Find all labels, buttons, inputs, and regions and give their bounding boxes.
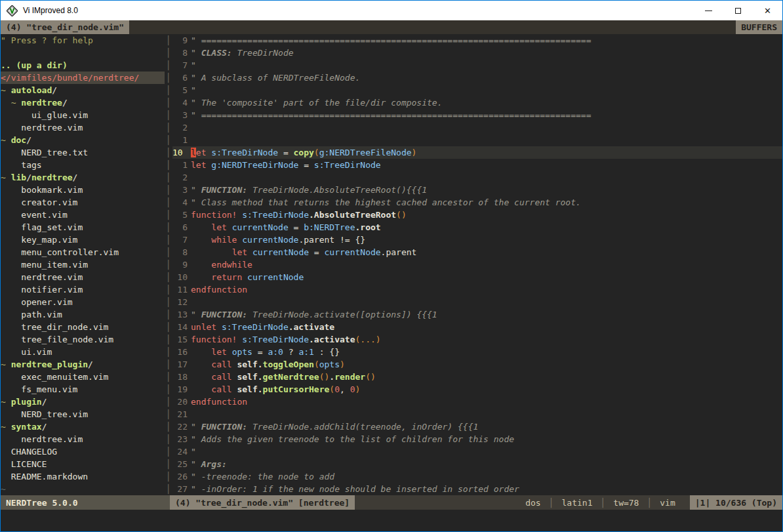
token-pre: ~ (1, 397, 11, 407)
code-line[interactable]: 4" The 'composite' part of the file/dir … (172, 96, 782, 109)
tree-item[interactable]: tree_file_node.vim (1, 333, 165, 346)
code-line[interactable]: 4" Class method that returns the highest… (172, 196, 782, 209)
tree-item[interactable]: " Press ? for help (1, 34, 165, 47)
tree-item[interactable]: flag_set.vim (1, 221, 165, 234)
tree-item[interactable]: ~ nerdtree/ (1, 96, 165, 109)
code-line[interactable]: 25" Args: (172, 458, 782, 470)
code-line[interactable]: 26" -treenode: the node to add (172, 470, 782, 483)
tree-item[interactable]: menu_controller.vim (1, 246, 165, 258)
code-line[interactable]: 3" FUNCTION: TreeDirNode.AbsoluteTreeRoo… (172, 184, 782, 196)
tree-item[interactable]: creator.vim (1, 196, 165, 209)
code-editor: 9" =====================================… (172, 34, 782, 495)
code-line[interactable]: 23" Adds the given treenode to the list … (172, 433, 782, 445)
command-line[interactable] (1, 510, 782, 531)
tree-item[interactable]: nerdtree.vim (1, 121, 165, 134)
token-n (227, 222, 232, 232)
tree-item[interactable]: path.vim (1, 308, 165, 321)
token-n: path.vim (1, 310, 62, 319)
line-text: call self.putCursorHere(0, 0) (188, 383, 360, 396)
token-n: notifier.vim (1, 285, 83, 295)
code-line[interactable]: 18 call self.getNerdtree().render() (172, 371, 782, 383)
code-line[interactable]: 17 call self.toggleOpen(opts) (172, 358, 782, 371)
tree-item[interactable]: ui.vim (1, 346, 165, 358)
token-n (191, 347, 211, 357)
code-line[interactable]: 7" (172, 59, 782, 72)
tree-item[interactable]: ui_glue.vim (1, 109, 165, 121)
tree-item[interactable]: tags (1, 159, 165, 171)
code-line-current[interactable]: 10let s:TreeDirNode = copy(g:NERDTreeFil… (172, 146, 782, 159)
line-text: " (188, 84, 196, 96)
tree-item[interactable]: bookmark.vim (1, 184, 165, 196)
code-line[interactable]: 15function! s:TreeDirNode.activate(...) (172, 333, 782, 346)
tree-item[interactable]: ~ lib/nerdtree/ (1, 171, 165, 184)
code-line[interactable]: 11endfunction (172, 283, 782, 296)
token-n: README.markdown (1, 472, 88, 481)
tree-item[interactable]: key_map.vim (1, 234, 165, 246)
tree-item[interactable]: NERD_tree.vim (1, 408, 165, 420)
token-c: " -inOrder: 1 if the new node should be … (191, 484, 519, 494)
token-dir: lib (11, 173, 26, 182)
code-line[interactable]: 8" CLASS: TreeDirNode (172, 47, 782, 59)
tree-item[interactable]: README.markdown (1, 470, 165, 483)
tree-root-item[interactable]: </vimfiles/bundle/nerdtree/ (1, 72, 165, 84)
code-line[interactable]: 6 let currentNode = b:NERDTree.root (172, 221, 782, 234)
token-b: CLASS: (201, 48, 232, 58)
code-line[interactable]: 1let g:NERDTreeDirNode = s:TreeDirNode (172, 159, 782, 171)
code-line[interactable]: 5" (172, 84, 782, 96)
code-line[interactable]: 6" A subclass of NERDTreeFileNode. (172, 72, 782, 84)
tree-item[interactable]: ~ (1, 483, 165, 495)
tree-item[interactable]: ~ autoload/ (1, 84, 165, 96)
tree-item[interactable]: .. (up a dir) (1, 59, 165, 72)
code-line[interactable]: 10 return currentNode (172, 271, 782, 283)
code-line[interactable]: 2 (172, 171, 782, 184)
token-n: LICENCE (1, 459, 47, 469)
tree-item[interactable]: nerdtree.vim (1, 433, 165, 445)
code-line[interactable]: 27" -inOrder: 1 if the new node should b… (172, 483, 782, 495)
token-v: opts (319, 359, 340, 369)
code-line[interactable]: 16 let opts = a:0 ? a:1 : {} (172, 346, 782, 358)
tree-item[interactable]: fs_menu.vim (1, 383, 165, 396)
maximize-button[interactable] (723, 1, 753, 20)
code-line[interactable]: 7 while currentNode.parent != {} (172, 234, 782, 246)
code-line[interactable]: 13" FUNCTION: TreeDirNode.activate([opti… (172, 308, 782, 321)
tree-item[interactable]: LICENCE (1, 458, 165, 470)
tree-item[interactable]: ~ plugin/ (1, 396, 165, 408)
code-line[interactable]: 22" FUNCTION: TreeDirNode.addChild(treen… (172, 420, 782, 433)
tree-item[interactable]: menu_item.vim (1, 258, 165, 271)
code-line[interactable]: 5function! s:TreeDirNode.AbsoluteTreeRoo… (172, 209, 782, 221)
tree-item[interactable]: event.vim (1, 209, 165, 221)
code-line[interactable]: 20endfunction (172, 396, 782, 408)
tree-item[interactable] (1, 47, 165, 59)
token-n: creator.vim (1, 197, 77, 207)
tree-item[interactable]: ~ doc/ (1, 134, 165, 146)
code-line[interactable]: 8 let currentNode = currentNode.parent (172, 246, 782, 258)
token-p: ( (314, 148, 319, 157)
tree-item[interactable]: ~ syntax/ (1, 420, 165, 433)
code-line[interactable]: 9" =====================================… (172, 34, 782, 47)
code-line[interactable]: 1 (172, 134, 782, 146)
buffer-tab-active[interactable]: (4) "tree_dir_node.vim" (1, 20, 129, 34)
code-line[interactable]: 2 (172, 121, 782, 134)
token-n: key_map.vim (1, 235, 77, 245)
tree-item[interactable]: exec_menuitem.vim (1, 371, 165, 383)
window-separator[interactable]: │ │ │ │ │ │ │ │ │ │ │ │ │ │ │ │ │ │ │ │ … (165, 34, 172, 495)
tree-item[interactable]: notifier.vim (1, 283, 165, 296)
token-n (216, 322, 222, 332)
tree-item[interactable]: ~ nerdtree_plugin/ (1, 358, 165, 371)
token-n: / (73, 173, 78, 182)
code-line[interactable]: 21 (172, 408, 782, 420)
tree-item[interactable]: nerdtree.vim (1, 271, 165, 283)
code-line[interactable]: 12 (172, 296, 782, 308)
code-line[interactable]: 24" (172, 445, 782, 458)
tree-item[interactable]: opener.vim (1, 296, 165, 308)
tree-item[interactable]: CHANGELOG (1, 445, 165, 458)
line-number: 1 (172, 134, 188, 146)
code-line[interactable]: 3" =====================================… (172, 109, 782, 121)
code-line[interactable]: 14unlet s:TreeDirNode.activate (172, 321, 782, 333)
code-line[interactable]: 19 call self.putCursorHere(0, 0) (172, 383, 782, 396)
minimize-button[interactable] (694, 1, 723, 20)
tree-item[interactable]: NERD_tree.txt (1, 146, 165, 159)
code-line[interactable]: 9 endwhile (172, 258, 782, 271)
close-button[interactable]: ✕ (753, 1, 782, 20)
tree-item[interactable]: tree_dir_node.vim (1, 321, 165, 333)
